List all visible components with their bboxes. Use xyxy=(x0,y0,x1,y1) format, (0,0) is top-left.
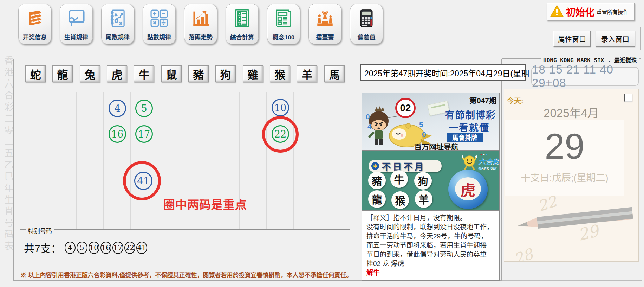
special-number: 10 xyxy=(89,242,99,254)
hint-banner-text: 不日不月 xyxy=(382,160,425,172)
zodiac-key-goat[interactable]: 羊 xyxy=(297,65,317,82)
special-number: 5 xyxy=(77,242,87,254)
ad-headline-line1: 有節制博彩 xyxy=(445,108,496,121)
calculator-icon xyxy=(356,4,377,32)
toolbar-label: 擂臺賽 xyxy=(316,32,334,41)
tactics-doc-icon xyxy=(108,4,128,32)
ad-site-url: 百万网址导航 500308.com xyxy=(414,141,499,150)
toolbar-button-draw-info[interactable]: 开奖信息 xyxy=(18,4,51,44)
toolbar-label: 生肖规律 xyxy=(64,32,88,41)
zodiac-key-tiger[interactable]: 虎 xyxy=(107,65,127,82)
hint-banner: 中 不日不月 xyxy=(369,160,442,172)
window-buttons-group: 属性窗口 录入窗口 xyxy=(549,27,641,50)
toolbar-label: 开奖信息 xyxy=(23,32,47,41)
chart-number-10[interactable]: 10 xyxy=(272,99,289,116)
hint-zodiac-ox: 牛 xyxy=(390,170,408,188)
calendar-checkbox[interactable] xyxy=(624,94,632,102)
hint-zodiac-monkey: 猴 xyxy=(391,191,409,209)
zodiac-key-snake[interactable]: 蛇 xyxy=(25,65,46,82)
toolbar-label: 偏差值 xyxy=(358,32,376,41)
ad-floating-digit: 5 xyxy=(419,120,423,129)
toolbar-label: 概念100 xyxy=(273,32,294,41)
zodiac-key-ox[interactable]: 牛 xyxy=(134,65,154,82)
zodiac-key-monkey[interactable]: 猴 xyxy=(270,65,290,82)
toolbar-button-deviation[interactable]: 偏差值 xyxy=(350,4,383,44)
initialize-sublabel: 重置所有操作 xyxy=(597,8,628,15)
toolbar-button-arena[interactable]: 擂臺賽 xyxy=(308,4,341,44)
calendar-panel: 22 29 28 今天: 2025年4月 29 干支日:戊辰;(星期二) xyxy=(504,89,639,262)
initialize-label: 初始化 xyxy=(566,5,594,19)
ad-issue-label: 第047期 xyxy=(469,95,496,105)
grid-line xyxy=(130,92,131,229)
property-window-button[interactable]: 属性窗口 xyxy=(553,31,591,47)
grid-line xyxy=(321,92,321,229)
chart-number-17[interactable]: 17 xyxy=(135,125,153,143)
calendar-day-number: 29 xyxy=(545,125,584,167)
toolbar-button-zodiac-rules[interactable]: 生肖规律 xyxy=(60,4,93,44)
interpretation-line: 拚命干活的牛马，今天29号，牛的号码， xyxy=(366,232,495,241)
zodiac-key-rooster[interactable]: 雞 xyxy=(243,65,263,82)
app-window: { "watermark": "香港六合彩二零二五乙巳年生肖号码表", "too… xyxy=(0,0,644,287)
toolbar-button-trend[interactable]: 落碼走勢 xyxy=(184,4,217,44)
draw-selector-dropdown[interactable]: 2025年第47期开奖时间:2025年04月29日(星期二) ▼ xyxy=(360,64,526,81)
toolbar-button-point-rules[interactable]: 點數規律 xyxy=(143,4,176,44)
special-number: 4 xyxy=(65,242,76,254)
special-number: 17 xyxy=(112,242,123,254)
calendar-day-card: 29 干支日:戊辰;(星期二) xyxy=(505,120,624,196)
hint-zodiac-pig: 豬 xyxy=(368,172,386,189)
grid-line xyxy=(22,92,22,229)
grid-line xyxy=(348,62,348,229)
entry-window-button[interactable]: 录入窗口 xyxy=(596,31,635,47)
zodiac-key-dog[interactable]: 狗 xyxy=(215,65,236,82)
special-number: 41 xyxy=(136,242,147,254)
vertical-watermark: 香港六合彩二零二五乙巳年生肖号码表 xyxy=(2,56,14,253)
chart-number-41[interactable]: 41 xyxy=(134,172,152,190)
newspaper-icon xyxy=(273,4,294,32)
mark-six-logo: 六合彩 MARK SIX xyxy=(478,156,499,170)
zodiac-key-rabbit[interactable]: 兔 xyxy=(80,65,100,82)
ad-headline-line2: 一看就懂 xyxy=(449,120,489,134)
initialize-button[interactable]: 初始化 重置所有操作 xyxy=(547,3,635,20)
lottery-ball-image: 虎 xyxy=(448,170,488,209)
toolbar-label: 綜合計算 xyxy=(230,32,254,41)
ad-floating-digit: 0 xyxy=(422,130,426,139)
grid-line xyxy=(293,92,294,229)
chart-number-4[interactable]: 4 xyxy=(109,100,126,117)
zodiac-hint-panel: 中 不日不月 豬 牛 狗 龍 猴 羊 虎 ●●● 六合彩 MARK SIX xyxy=(362,150,500,210)
interpretation-highlight: 解牛 xyxy=(366,268,495,278)
divider xyxy=(502,280,642,281)
calendar-ganzhi: 干支日:戊辰;(星期二) xyxy=(521,170,609,184)
ad-tag-label: 馬會掛牌 xyxy=(447,133,483,142)
grid-line xyxy=(49,92,49,229)
ad-floating-digit: 0 xyxy=(366,113,370,121)
toolbar-button-tail-rules[interactable]: 尾数规律 xyxy=(101,4,134,44)
zodiac-key-dragon[interactable]: 龍 xyxy=(52,65,73,82)
warning-triangle-icon xyxy=(550,5,564,19)
draw-selector-value: 2025年第47期开奖时间:2025年04月29日(星期二) xyxy=(361,67,540,79)
zodiac-key-horse[interactable]: 馬 xyxy=(324,65,345,82)
hint-zodiac-dog: 狗 xyxy=(414,172,432,190)
interpretation-line: 没有时间的限制，联想到没日没夜地工作， xyxy=(366,223,495,232)
special-number: 22 xyxy=(124,242,135,254)
grid-line xyxy=(266,92,267,229)
disclaimer-text: ※ 以上內容引用香港正版六合彩資料,僅提供參考，不保證其正確性，閱覽者若用於投資… xyxy=(20,270,352,279)
zodiac-key-pig[interactable]: 豬 xyxy=(188,65,209,82)
chart-number-16[interactable]: 16 xyxy=(109,125,126,143)
interpretation-line: 而五一劳动节即将来临，若用生肖牛迎接 xyxy=(366,241,495,250)
special-count-label: 共7支： xyxy=(24,240,61,255)
toolbar-button-comprehensive-calc[interactable]: 綜合計算 xyxy=(226,4,259,44)
bar-chart-icon xyxy=(190,4,211,32)
ad-number-ball: 02 xyxy=(395,98,416,118)
chart-number-5[interactable]: 5 xyxy=(135,100,153,117)
hint-zodiac-dragon: 龍 xyxy=(368,190,386,208)
hint-badge-icon: 中 xyxy=(371,162,379,170)
chart-number-22[interactable]: 22 xyxy=(272,125,289,143)
decorative-dots: ●●● xyxy=(480,153,488,156)
calendar-faint-number: 28 xyxy=(512,245,535,262)
zodiac-key-rat[interactable]: 鼠 xyxy=(161,65,182,82)
toolbar-button-concept-100[interactable]: 概念100 xyxy=(267,4,300,44)
ad-banner-panel: 第047期 02 0 4 5 0 有節制博彩 一看就懂 馬會掛牌 百万网址导航 … xyxy=(362,93,500,150)
ad-floating-digit: 4 xyxy=(367,122,372,131)
recent-draw-numbers: 18 15 21 11 40 29+08 xyxy=(531,67,639,86)
grid-line xyxy=(103,92,104,229)
